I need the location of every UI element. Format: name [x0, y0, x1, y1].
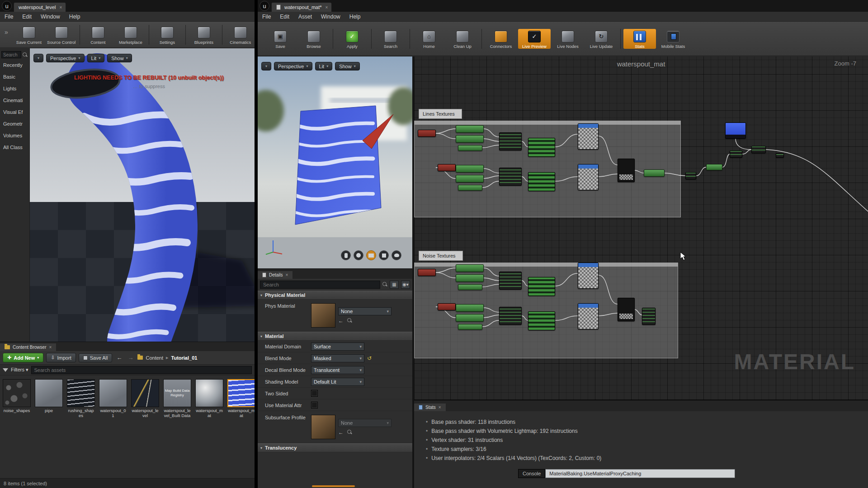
level-viewport[interactable]: ▾ Perspective▾ Lit▾ Show▾ LIGHTING NEEDS… — [30, 48, 255, 342]
graph-node-green[interactable] — [456, 314, 484, 322]
graph-node-green[interactable] — [456, 135, 484, 143]
asset-dropdown-phys-material[interactable]: None▾ — [338, 307, 392, 315]
shape-button-plane[interactable] — [366, 250, 376, 260]
filter-icon[interactable] — [3, 368, 8, 372]
show-button[interactable]: Show▾ — [335, 62, 360, 70]
stats-tab[interactable]: Stats × — [414, 404, 446, 411]
shape-button-cylinder[interactable] — [341, 250, 351, 260]
graph-node-green[interactable] — [458, 324, 482, 330]
breadcrumb-content[interactable]: Content — [146, 355, 163, 361]
graph-node-green[interactable] — [456, 304, 484, 312]
asset-tile-waterspout-level[interactable]: waterspout_level — [131, 379, 159, 418]
comment-label-noise-textures[interactable]: Noise Textures — [419, 251, 463, 261]
graph-node-dark[interactable] — [776, 153, 784, 158]
asset-tile-waterspout-mat[interactable]: waterspout_mat — [195, 379, 223, 418]
graph-node-green[interactable] — [456, 175, 484, 183]
toolbar-button-connectors[interactable]: Connectors — [485, 29, 517, 49]
toolbar-button-cinematics[interactable]: Cinematics — [224, 25, 255, 45]
close-icon[interactable]: × — [286, 272, 288, 277]
show-button[interactable]: Show▾ — [107, 54, 132, 62]
section-header-material[interactable]: ▾Material — [258, 332, 412, 341]
toolbar-button-search[interactable]: Search — [374, 29, 407, 49]
asset-thumbnail[interactable] — [311, 415, 335, 439]
sidebar-item-cinemati[interactable]: Cinemati — [0, 94, 29, 106]
toolbar-button-content[interactable]: Content — [82, 25, 114, 45]
graph-node-red[interactable] — [418, 130, 436, 137]
shape-button-teapot[interactable] — [392, 250, 401, 260]
graph-node-texture[interactable] — [578, 123, 599, 150]
browse-to-asset-icon[interactable] — [347, 430, 352, 435]
breadcrumb-folder[interactable]: Tutorial_01 — [171, 355, 198, 361]
graph-node-dark[interactable] — [499, 272, 522, 290]
sidebar-item-visual-ef[interactable]: Visual Ef — [0, 106, 29, 118]
graph-node-blue[interactable] — [725, 122, 746, 139]
details-search-input[interactable] — [260, 281, 380, 289]
graph-node-dark[interactable] — [730, 150, 742, 158]
toolbar-button-mobile-stats[interactable]: Mobile Stats — [657, 29, 689, 49]
graph-node-texture[interactable] — [578, 164, 599, 190]
level-menu-file[interactable]: File — [0, 14, 18, 20]
sidebar-item-recently[interactable]: Recently — [0, 59, 29, 71]
close-icon[interactable]: × — [326, 5, 328, 10]
close-icon[interactable]: × — [49, 345, 52, 350]
sidebar-item-all-class[interactable]: All Class — [0, 141, 29, 153]
content-browser-tab[interactable]: Content Browser × — [0, 343, 56, 351]
breadcrumb[interactable]: Content ▸ Tutorial_01 — [137, 355, 197, 361]
graph-node-red[interactable] — [438, 303, 456, 310]
graph-node-green[interactable] — [456, 264, 484, 272]
console-input[interactable]: MaterialBaking.UseMaterialProxyCaching — [545, 469, 735, 478]
toolbar-button-live-preview[interactable]: ✓Live Preview — [518, 29, 551, 49]
level-menu-window[interactable]: Window — [36, 14, 65, 20]
graph-node-greenstack[interactable] — [528, 138, 555, 157]
toolbar-button-apply[interactable]: ✓Apply — [336, 29, 368, 49]
close-icon[interactable]: × — [439, 405, 441, 410]
viewport-options-button[interactable]: ▾ — [261, 62, 271, 70]
section-header-physical-material[interactable]: ▾Physical Material — [258, 291, 412, 300]
graph-node-green[interactable] — [456, 125, 484, 133]
details-tab[interactable]: Details × — [258, 271, 292, 279]
graph-node-dark[interactable] — [499, 168, 522, 186]
toolbar-button-browse[interactable]: Browse — [297, 29, 330, 49]
grid-view-icon[interactable]: ▦ — [390, 281, 399, 289]
add-new-button[interactable]: ✚ Add New ▾ — [3, 353, 43, 362]
graph-node-dark[interactable] — [685, 172, 696, 179]
back-button[interactable]: ← — [115, 354, 123, 361]
material-menu-window[interactable]: Window — [316, 14, 345, 20]
toolbar-button-save[interactable]: ▣Save — [264, 29, 297, 49]
material-preview-viewport[interactable]: ▾ Perspective▾ Lit▾ Show▾ — [258, 56, 412, 269]
level-menu-help[interactable]: Help — [65, 14, 85, 20]
use-selected-icon[interactable]: ← — [338, 318, 344, 324]
graph-node-green[interactable] — [458, 284, 482, 290]
dropdown-material-domain[interactable]: Surface▾ — [311, 343, 364, 351]
comment-label-lines-textures[interactable]: Lines Textures — [419, 109, 462, 119]
close-icon[interactable]: × — [60, 5, 62, 10]
graph-node-green[interactable] — [458, 185, 482, 191]
reset-icon[interactable]: ↺ — [367, 355, 372, 361]
sidebar-item-basic[interactable]: Basic — [0, 71, 29, 83]
checkbox-use-material-attr[interactable] — [311, 402, 318, 408]
forward-button[interactable]: → — [126, 354, 135, 361]
use-selected-icon[interactable]: ← — [338, 429, 344, 436]
toolbar-button-live-update[interactable]: ↻Live Update — [585, 29, 618, 49]
graph-node-texture[interactable] — [578, 263, 599, 289]
shape-button-cube[interactable] — [379, 250, 389, 260]
material-graph[interactable]: waterspout_mat Zoom -7 MATERIAL Lines Te… — [414, 56, 868, 400]
lit-button[interactable]: Lit▾ — [315, 62, 333, 70]
asset-tile-noise-shapes[interactable]: noise_shapes — [3, 379, 31, 418]
expand-toolbar-icon[interactable]: » — [5, 28, 8, 36]
material-menu-edit[interactable]: Edit — [275, 14, 294, 20]
material-menu-file[interactable]: File — [258, 14, 275, 20]
asset-tile-waterspout-mat[interactable]: waterspout_mat — [227, 379, 255, 418]
toolbar-button-home[interactable]: ⌂Home — [413, 29, 445, 49]
graph-node-greenstack[interactable] — [528, 277, 555, 296]
material-menu-asset[interactable]: Asset — [294, 14, 316, 20]
toolbar-button-marketplace[interactable]: Marketplace — [114, 25, 147, 45]
filters-label[interactable]: Filters ▾ — [11, 367, 28, 373]
perspective-button[interactable]: Perspective▾ — [274, 62, 312, 70]
graph-node-dark[interactable] — [642, 308, 656, 325]
visibility-icon[interactable]: ◉▾ — [401, 281, 410, 289]
toolbar-button-blueprints[interactable]: Blueprints — [188, 25, 220, 45]
import-button[interactable]: ⇩ Import — [46, 353, 75, 362]
graph-node-bigdark[interactable] — [618, 298, 635, 321]
graph-node-green[interactable] — [456, 165, 484, 173]
